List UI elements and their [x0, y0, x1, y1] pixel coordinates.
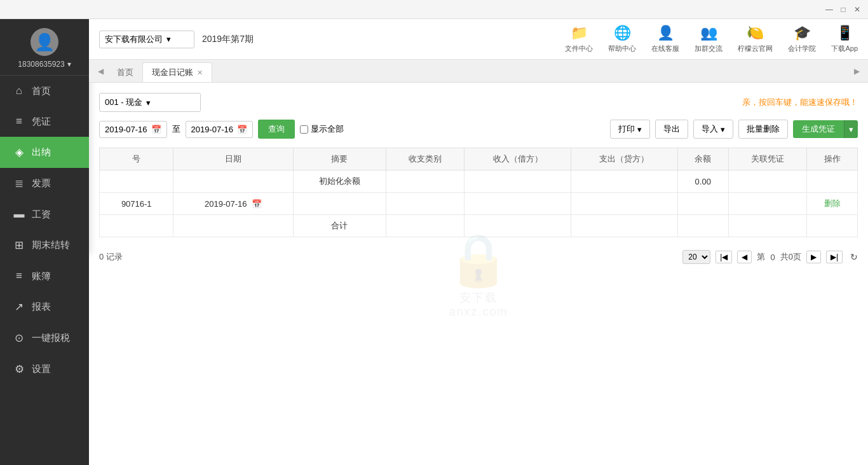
refresh-button[interactable]: ↻	[850, 252, 858, 262]
tool-join-exchange[interactable]: 👥 加群交流	[695, 25, 722, 53]
help-center-icon: 🌐	[614, 25, 631, 41]
cell-num	[100, 170, 173, 193]
col-voucher: 关联凭证	[728, 148, 807, 170]
username: 18308635923 ▾	[18, 60, 71, 69]
cell-voucher	[728, 170, 807, 193]
cell-income	[465, 193, 571, 215]
tool-lemon-official[interactable]: 🍋 柠檬云官网	[738, 25, 773, 53]
col-balance: 余额	[677, 148, 728, 170]
cell-date	[173, 215, 293, 237]
tool-download-app[interactable]: 📱 下载App	[831, 25, 858, 53]
tool-academy[interactable]: 🎓 会计学院	[788, 25, 816, 53]
sidebar-item-payroll[interactable]: ▬ 工资	[0, 199, 89, 230]
export-button[interactable]: 导出	[655, 120, 688, 139]
voucher-icon: ≡	[13, 115, 25, 128]
calendar-cell-icon[interactable]: 📅	[252, 199, 262, 209]
main-content: 现金日记账 银行日记账 内部转账 资金报表 核对总账 收支类别 账户设置 001…	[89, 83, 868, 465]
tab-home[interactable]: 首页	[108, 63, 142, 82]
page-size-select[interactable]: 20	[682, 250, 710, 264]
sidebar-item-tax[interactable]: ⊙ 一键报税	[0, 323, 89, 354]
invoice-icon: ≣	[13, 177, 25, 190]
generate-voucher-group: 生成凭证 ▾	[793, 120, 858, 138]
cell-date: 2019-07-16 📅	[173, 193, 293, 215]
last-page-button[interactable]: ▶|	[826, 251, 843, 263]
period-label: 2019年第7期	[202, 34, 254, 45]
online-service-icon: 👤	[657, 25, 674, 41]
query-button[interactable]: 查询	[258, 120, 295, 139]
show-all-label: 显示全部	[311, 123, 344, 135]
show-all-checkbox-label[interactable]: 显示全部	[300, 123, 344, 135]
sidebar-item-label: 发票	[32, 177, 51, 190]
sidebar-item-cashier[interactable]: ◈ 出纳	[0, 137, 89, 168]
prev-page-button[interactable]: ◀	[737, 251, 752, 263]
cell-balance: 0.00	[677, 170, 728, 193]
first-page-button[interactable]: |◀	[715, 251, 732, 263]
tool-online-service[interactable]: 👤 在线客服	[651, 25, 679, 53]
user-profile[interactable]: 👤 18308635923 ▾	[0, 19, 89, 76]
next-page-button[interactable]: ▶	[806, 251, 821, 263]
sidebar-item-report[interactable]: ↗ 报表	[0, 291, 89, 323]
table-row: 初始化余额 0.00	[100, 170, 858, 193]
academy-label: 会计学院	[788, 44, 816, 53]
tab-cash-journal[interactable]: 现金日记账 ✕	[142, 62, 212, 82]
tool-help-center[interactable]: 🌐 帮助中心	[608, 25, 636, 53]
batch-delete-button[interactable]: 批量删除	[738, 120, 788, 139]
payroll-icon: ▬	[13, 208, 25, 221]
close-button[interactable]: ✕	[851, 4, 863, 15]
col-category: 收支类别	[386, 148, 465, 170]
sidebar-item-voucher[interactable]: ≡ 凭证	[0, 106, 89, 137]
sidebar-item-settings[interactable]: ⚙ 设置	[0, 354, 89, 385]
date-from-value: 2019-07-16	[105, 125, 147, 134]
print-button[interactable]: 打印 ▾	[610, 120, 650, 139]
calendar-from-icon[interactable]: 📅	[151, 125, 161, 134]
filter-row: 2019-07-16 📅 至 2019-07-16 📅 查询 显示全部 打印 ▾	[99, 120, 858, 139]
sidebar-item-ledger[interactable]: ≡ 账簿	[0, 261, 89, 291]
import-chevron-icon: ▾	[721, 125, 725, 134]
cell-action	[807, 215, 858, 237]
col-income: 收入（借方）	[465, 148, 571, 170]
minimize-button[interactable]: —	[824, 4, 835, 15]
cell-summary: 初始化余额	[293, 170, 386, 193]
sidebar-item-home[interactable]: ⌂ 首页	[0, 76, 89, 106]
account-select[interactable]: 001 - 现金 ▾	[99, 93, 201, 112]
cell-summary: 合计	[293, 215, 386, 237]
period-end-icon: ⊞	[13, 239, 25, 252]
cell-action	[807, 170, 858, 193]
chevron-down-icon: ▾	[67, 60, 71, 69]
import-button[interactable]: 导入 ▾	[693, 120, 733, 139]
cell-category	[386, 170, 465, 193]
col-action: 操作	[807, 148, 858, 170]
watermark-site: 安下载	[447, 289, 510, 305]
tab-scroll-right[interactable]: ▶	[850, 65, 863, 78]
table-row: 90716-1 2019-07-16 📅 删除	[100, 193, 858, 215]
date-to-input[interactable]: 2019-07-16 📅	[186, 121, 254, 138]
date-from-input[interactable]: 2019-07-16 📅	[99, 121, 167, 138]
download-app-icon: 📱	[836, 25, 853, 41]
show-all-checkbox[interactable]	[300, 125, 308, 134]
tab-close-icon[interactable]: ✕	[197, 69, 203, 77]
cashier-icon: ◈	[13, 146, 25, 159]
sidebar: 👤 18308635923 ▾ ⌂ 首页 ≡ 凭证 ◈ 出纳 ≣ 发票	[0, 19, 89, 465]
generate-voucher-dropdown[interactable]: ▾	[844, 120, 858, 138]
tab-scroll-left[interactable]: ◀	[94, 65, 107, 78]
cell-balance	[677, 215, 728, 237]
tool-file-center[interactable]: 📁 文件中心	[565, 25, 593, 53]
cell-action: 删除	[807, 193, 858, 215]
delete-link[interactable]: 删除	[824, 198, 841, 208]
generate-voucher-button[interactable]: 生成凭证	[793, 120, 844, 138]
company-select[interactable]: 安下载有限公司 ▾	[99, 31, 194, 48]
sidebar-item-invoice[interactable]: ≣ 发票	[0, 168, 89, 199]
import-label: 导入	[702, 123, 718, 135]
sidebar-item-label: 凭证	[32, 116, 51, 128]
file-center-icon: 📁	[571, 25, 588, 41]
watermark: 🔒 安下载 anxz.com	[447, 230, 510, 318]
cell-expense	[571, 215, 678, 237]
col-date: 日期	[173, 148, 293, 170]
calendar-to-icon[interactable]: 📅	[237, 125, 247, 134]
maximize-button[interactable]: □	[837, 4, 849, 15]
sidebar-item-period-end[interactable]: ⊞ 期末结转	[0, 230, 89, 261]
lemon-official-icon: 🍋	[747, 25, 764, 41]
account-value: 001 - 现金	[105, 97, 142, 108]
records-count: 0 记录	[99, 251, 123, 263]
export-label: 导出	[663, 123, 680, 135]
